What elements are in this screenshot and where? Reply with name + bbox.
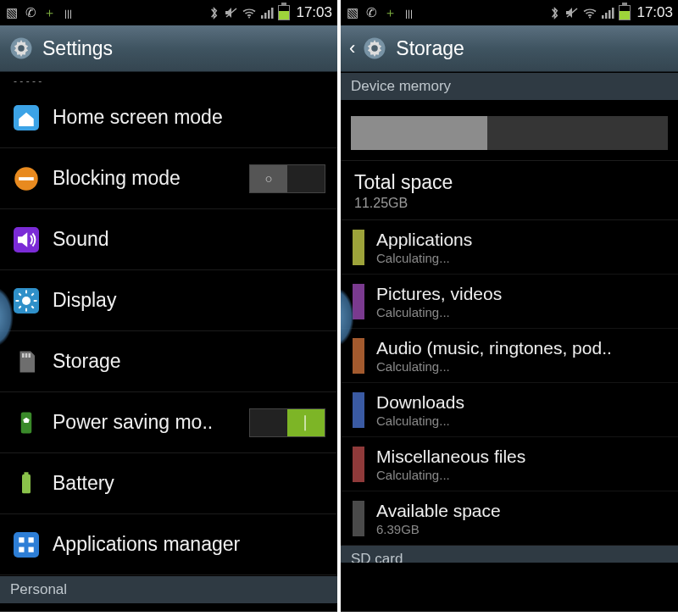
settings-item-battery[interactable]: Battery — [0, 453, 337, 514]
section-truncated: - - - - - — [0, 72, 337, 87]
status-time: 17:03 — [296, 4, 332, 21]
category-subtitle: Calculating... — [376, 359, 666, 374]
sd-icon — [12, 347, 41, 376]
mute-icon — [225, 6, 238, 19]
blocking-mode-toggle[interactable] — [249, 164, 325, 193]
item-label: Blocking mode — [53, 167, 237, 190]
storage-screen: ▧ ✆ ＋ ⫼ 17:03 ‹ Storage — [341, 0, 678, 612]
category-title: Miscellaneous files — [376, 447, 666, 467]
gear-icon — [362, 36, 387, 61]
bars-icon: ⫼ — [402, 6, 415, 19]
back-button[interactable]: ‹ — [349, 37, 355, 59]
storage-category-row[interactable]: ApplicationsCalculating... — [341, 220, 678, 275]
storage-category-row[interactable]: DownloadsCalculating... — [341, 383, 678, 437]
settings-list[interactable]: - - - - - Home screen mode Blocking mode… — [0, 72, 337, 612]
signal-icon — [601, 6, 614, 19]
svg-rect-3 — [264, 13, 267, 19]
category-color-swatch — [353, 501, 364, 536]
battery-icon — [619, 5, 631, 20]
svg-rect-23 — [25, 353, 28, 358]
section-personal: Personal — [0, 575, 337, 604]
status-time: 17:03 — [636, 4, 673, 21]
settings-screen: ▧ ✆ ＋ ⫼ 17:03 Settings — [0, 0, 337, 612]
svg-rect-22 — [22, 353, 25, 358]
storage-category-row[interactable]: Audio (music, ringtones, pod..Calculatin… — [341, 329, 678, 383]
section-sd-card: SD card — [341, 546, 678, 563]
storage-usage-bar — [341, 101, 678, 161]
svg-rect-10 — [19, 177, 34, 180]
category-title: Downloads — [376, 392, 666, 413]
category-title: Available space — [376, 501, 666, 521]
storage-category-row[interactable]: Pictures, videosCalculating... — [341, 275, 678, 329]
svg-point-34 — [589, 16, 591, 18]
category-title: Audio (music, ringtones, pod.. — [376, 338, 666, 358]
category-subtitle: Calculating... — [376, 305, 666, 319]
settings-item-sound[interactable]: Sound — [0, 209, 337, 270]
settings-item-power-saving[interactable]: Power saving mo.. — [0, 392, 337, 453]
category-subtitle: 6.39GB — [376, 522, 666, 536]
storage-used-segment — [351, 116, 487, 150]
minus-icon — [12, 164, 41, 193]
settings-item-storage[interactable]: Storage — [0, 331, 337, 392]
settings-item-applications-manager[interactable]: Applications manager — [0, 514, 337, 575]
svg-point-7 — [18, 45, 25, 52]
category-title: Pictures, videos — [376, 284, 666, 304]
svg-rect-30 — [29, 537, 34, 542]
settings-item-blocking-mode[interactable]: Blocking mode — [0, 148, 337, 209]
page-title: Settings — [42, 37, 113, 60]
status-bar: ▧ ✆ ＋ ⫼ 17:03 — [0, 0, 337, 25]
power-saving-toggle[interactable] — [249, 408, 325, 437]
wifi-icon — [583, 6, 597, 19]
settings-header: Settings — [0, 25, 337, 72]
category-color-swatch — [353, 338, 364, 374]
svg-rect-31 — [19, 547, 24, 552]
plus-icon: ＋ — [42, 6, 56, 19]
image-icon: ▧ — [346, 6, 359, 19]
item-label: Applications manager — [53, 533, 325, 556]
svg-rect-5 — [271, 8, 274, 19]
apps-icon — [12, 530, 41, 559]
storage-category-row[interactable]: Available space6.39GB — [341, 491, 678, 546]
settings-item-display[interactable]: Display — [0, 270, 337, 331]
item-label: Battery — [53, 472, 325, 495]
svg-rect-26 — [22, 474, 31, 493]
item-label: Storage — [53, 350, 325, 373]
storage-category-row[interactable]: Miscellaneous filesCalculating... — [341, 437, 678, 491]
svg-point-1 — [248, 16, 250, 18]
total-space-row[interactable]: Total space 11.25GB — [341, 161, 678, 220]
svg-rect-4 — [268, 10, 270, 19]
svg-rect-2 — [261, 15, 264, 19]
status-bar: ▧ ✆ ＋ ⫼ 17:03 — [341, 0, 678, 25]
whatsapp-icon: ✆ — [24, 6, 37, 19]
svg-rect-35 — [602, 15, 604, 19]
category-color-swatch — [353, 447, 364, 482]
whatsapp-icon: ✆ — [364, 6, 378, 19]
total-space-value: 11.25GB — [354, 196, 664, 211]
image-icon: ▧ — [5, 6, 19, 19]
battery-icon — [12, 469, 41, 498]
settings-item-home-screen-mode[interactable]: Home screen mode — [0, 87, 337, 148]
sound-icon — [12, 225, 41, 254]
signal-icon — [260, 6, 274, 19]
svg-rect-28 — [14, 532, 39, 558]
svg-rect-32 — [29, 547, 34, 552]
category-color-swatch — [353, 392, 364, 428]
storage-categories[interactable]: ApplicationsCalculating...Pictures, vide… — [341, 220, 678, 546]
bars-icon: ⫼ — [61, 6, 75, 19]
category-subtitle: Calculating... — [376, 468, 666, 482]
category-color-swatch — [353, 284, 364, 319]
home-icon — [12, 103, 41, 132]
item-label: Home screen mode — [53, 106, 325, 129]
item-label: Power saving mo.. — [53, 411, 237, 434]
storage-header: ‹ Storage — [341, 25, 678, 72]
svg-rect-29 — [19, 537, 24, 542]
bluetooth-icon — [207, 6, 220, 19]
bluetooth-icon — [547, 6, 561, 19]
display-icon — [12, 286, 41, 315]
svg-rect-38 — [612, 8, 614, 19]
page-title: Storage — [396, 37, 464, 60]
category-subtitle: Calculating... — [376, 251, 666, 265]
total-space-title: Total space — [354, 171, 664, 194]
item-label: Display — [53, 289, 325, 312]
category-title: Applications — [376, 230, 666, 250]
